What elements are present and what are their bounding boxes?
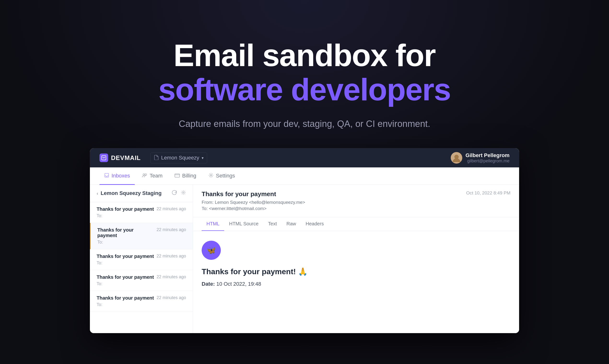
tab-inboxes[interactable]: Inboxes: [99, 168, 135, 185]
billing-icon: [175, 173, 180, 179]
detail-header: Thanks for your payment Oct 10, 2022 8:4…: [193, 185, 519, 217]
user-info: Gilbert Pellegrom gilbert@pellegrom.me: [466, 152, 510, 164]
avatar: [451, 152, 462, 164]
svg-point-8: [183, 192, 184, 193]
inbox-panel: ‹ Lemon Squeezy Staging: [90, 185, 193, 333]
email-subject: Thanks for your payment: [97, 254, 154, 259]
inbox-back[interactable]: ‹ Lemon Squeezy Staging: [97, 190, 162, 196]
detail-to: To: <werner.littel@hotmail.com>: [202, 206, 511, 211]
devmail-logo[interactable]: DEVMAIL: [99, 154, 141, 162]
email-time: 22 minutes ago: [157, 295, 186, 300]
email-subject: Thanks for your payment: [97, 227, 154, 238]
settings-gear-icon[interactable]: [181, 190, 186, 197]
settings-icon: [208, 173, 214, 179]
email-item[interactable]: Thanks for your payment 22 minutes ago T…: [90, 270, 193, 291]
topbar-right: Gilbert Pellegrom gilbert@pellegrom.me: [451, 152, 510, 164]
email-item[interactable]: Thanks for your payment 22 minutes ago T…: [90, 249, 193, 270]
view-tab-html[interactable]: HTML: [202, 217, 224, 231]
detail-date: Oct 10, 2022 8:49 PM: [466, 190, 511, 196]
tab-inboxes-label: Inboxes: [111, 173, 130, 179]
hero-section: Email sandbox for software developers Ca…: [0, 0, 609, 129]
topbar-left: DEVMAIL Lemon Squeezy ▾: [99, 153, 207, 163]
date-label: Date:: [202, 281, 215, 287]
email-time: 22 minutes ago: [157, 274, 186, 279]
inbox-header-actions: [172, 190, 186, 197]
project-file-icon: [154, 155, 159, 161]
user-name: Gilbert Pellegrom: [466, 152, 510, 158]
tab-team-label: Team: [150, 173, 163, 179]
email-body: 🦋 Thanks for your payment! 🙏 Date: 10 Oc…: [193, 231, 519, 333]
devmail-logo-icon: [99, 154, 108, 162]
email-item[interactable]: Thanks for your payment 22 minutes ago T…: [90, 291, 193, 312]
email-item[interactable]: Thanks for your payment 22 minutes ago T…: [90, 202, 193, 223]
email-subject: Thanks for your payment: [97, 274, 154, 280]
email-to: To:: [97, 281, 186, 286]
detail-subject-row: Thanks for your payment Oct 10, 2022 8:4…: [202, 190, 511, 198]
email-to: To:: [97, 260, 186, 266]
detail-subject-text: Thanks for your payment: [202, 190, 276, 198]
inboxes-icon: [104, 173, 109, 179]
project-selector[interactable]: Lemon Squeezy ▾: [150, 153, 207, 163]
email-to: To:: [97, 302, 186, 307]
email-subject: Thanks for your payment: [97, 207, 154, 212]
svg-point-4: [143, 174, 145, 175]
email-body-date: Date: 10 Oct 2022, 19:48: [202, 281, 511, 287]
email-time: 22 minutes ago: [157, 227, 186, 232]
email-item[interactable]: Thanks for your payment 22 minutes ago T…: [90, 223, 193, 249]
detail-panel: Thanks for your payment Oct 10, 2022 8:4…: [193, 185, 519, 333]
project-name: Lemon Squeezy: [161, 155, 199, 161]
hero-title-purple: software developers: [0, 73, 609, 107]
date-value: 10 Oct 2022, 19:48: [216, 281, 261, 287]
view-tab-text[interactable]: Text: [263, 217, 282, 231]
team-icon: [142, 173, 147, 179]
svg-point-5: [145, 174, 147, 175]
svg-point-7: [210, 175, 212, 176]
email-subject: Thanks for your payment: [97, 295, 154, 301]
hero-title-white: Email sandbox for: [0, 38, 609, 73]
project-chevron: ▾: [202, 156, 204, 160]
email-list: Thanks for your payment 22 minutes ago T…: [90, 202, 193, 333]
email-logo-emoji: 🦋: [207, 246, 216, 255]
detail-from: From: Lemon Squeezy <hello@lemonsqueezy.…: [202, 200, 511, 205]
email-to: To:: [97, 240, 186, 245]
view-tab-html-source[interactable]: HTML Source: [224, 217, 263, 231]
tab-team[interactable]: Team: [137, 168, 167, 185]
refresh-icon[interactable]: [172, 190, 177, 197]
tab-settings-label: Settings: [216, 173, 235, 179]
inbox-header: ‹ Lemon Squeezy Staging: [90, 185, 193, 202]
nav-tabs: Inboxes Team Billing: [90, 167, 519, 185]
view-tab-headers[interactable]: Headers: [301, 217, 329, 231]
email-body-title: Thanks for your payment! 🙏: [202, 267, 511, 276]
email-logo-circle: 🦋: [202, 241, 221, 260]
app-window: DEVMAIL Lemon Squeezy ▾: [90, 148, 519, 333]
main-content: ‹ Lemon Squeezy Staging: [90, 185, 519, 333]
email-time: 22 minutes ago: [157, 207, 186, 211]
email-time: 22 minutes ago: [157, 254, 186, 259]
tab-billing[interactable]: Billing: [170, 168, 201, 185]
back-arrow-icon: ‹: [97, 191, 98, 196]
user-email: gilbert@pellegrom.me: [466, 158, 510, 164]
logo-text: DEVMAIL: [111, 154, 141, 162]
tab-billing-label: Billing: [182, 173, 196, 179]
hero-subtitle: Capture emails from your dev, staging, Q…: [0, 119, 609, 129]
view-tabs: HTML HTML Source Text Raw Headers: [193, 217, 519, 231]
inbox-title: Lemon Squeezy Staging: [101, 190, 162, 196]
view-tab-raw[interactable]: Raw: [282, 217, 301, 231]
svg-rect-6: [175, 174, 180, 177]
topbar: DEVMAIL Lemon Squeezy ▾: [90, 148, 519, 167]
tab-settings[interactable]: Settings: [204, 168, 240, 185]
email-to: To:: [97, 213, 186, 218]
